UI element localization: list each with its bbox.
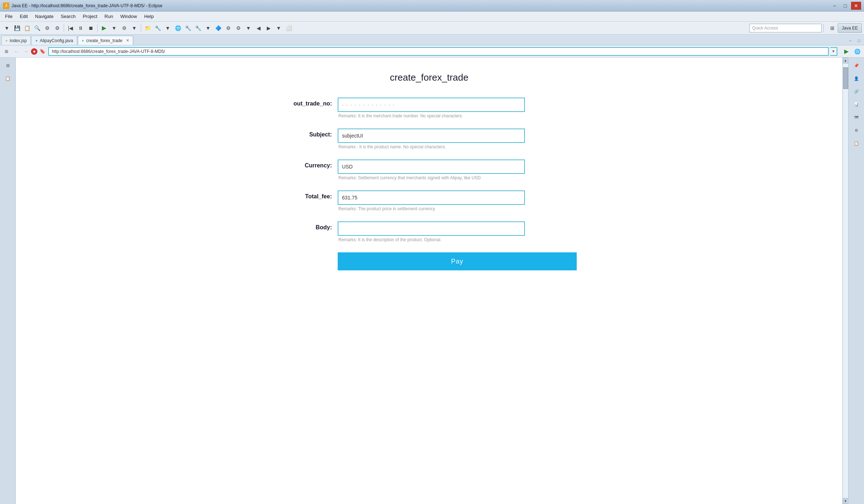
tab-minimize-icon[interactable]: − xyxy=(847,37,854,44)
scroll-down-arrow[interactable]: ▼ xyxy=(843,498,849,504)
address-bar: ⊞ ← → ■ 🔖 ▼ ▶ 🌐 xyxy=(0,45,864,58)
scroll-up-arrow[interactable]: ▲ xyxy=(843,58,849,63)
minimize-button[interactable]: − xyxy=(829,2,840,10)
label-currency: Currency: xyxy=(282,159,332,169)
menu-navigate[interactable]: Navigate xyxy=(31,13,57,20)
tab-index-jsp-label: index.jsp xyxy=(10,38,27,43)
toolbar-btn-9[interactable]: ⏹ xyxy=(86,23,95,33)
menu-file[interactable]: File xyxy=(1,13,16,20)
menu-help[interactable]: Help xyxy=(140,13,157,20)
url-input[interactable] xyxy=(48,47,829,56)
toolbar-btn-7[interactable]: |◀ xyxy=(66,23,75,33)
open-browser-btn[interactable]: 🌐 xyxy=(852,47,862,56)
quick-access-box[interactable]: Quick Access xyxy=(750,24,822,32)
pay-button[interactable]: Pay xyxy=(338,252,577,270)
input-out-trade-no[interactable] xyxy=(338,98,525,112)
sidebar-right-btn-5[interactable]: 🗺 xyxy=(851,112,862,123)
toolbar-btn-20[interactable]: ▼ xyxy=(203,23,213,33)
sidebar-right-btn-3[interactable]: 🔗 xyxy=(851,86,862,97)
sidebar-left-btn-1[interactable]: ⊞ xyxy=(2,60,14,71)
form-row-subject: Subject: Remarks : It is the product nam… xyxy=(282,129,577,149)
content-wrapper: create_forex_trade out_trade_no: Remarks… xyxy=(16,58,848,504)
maximize-button[interactable]: □ xyxy=(840,2,850,10)
tab-close-icon[interactable]: ✕ xyxy=(126,38,129,43)
right-sidebar: 📌 👤 🔗 📊 🗺 ⚙ 📋 xyxy=(848,58,864,504)
bookmark-btn[interactable]: 🔖 xyxy=(38,47,47,56)
input-total-fee[interactable] xyxy=(338,190,525,205)
toolbar-run[interactable]: ▶ xyxy=(99,23,109,33)
toolbar-btn-13[interactable]: ▼ xyxy=(130,23,139,33)
scrollbar[interactable]: ▲ ▼ xyxy=(842,58,848,504)
toolbar-btn-26[interactable]: ▶ xyxy=(264,23,273,33)
sidebar-left-btn-2[interactable]: 📋 xyxy=(2,73,14,84)
menu-project[interactable]: Project xyxy=(79,13,101,20)
label-subject: Subject: xyxy=(282,129,332,138)
menu-window[interactable]: Window xyxy=(117,13,140,20)
toolbar-btn-21[interactable]: 🔷 xyxy=(213,23,223,33)
sidebar-right-btn-4[interactable]: 📊 xyxy=(851,99,862,110)
toolbar-right-btns: ⊞ Java EE xyxy=(828,23,862,33)
toolbar-btn-28[interactable]: ⬜ xyxy=(284,23,293,33)
remark-out-trade-no: Remarks: It is the merchant trade number… xyxy=(338,113,525,118)
tab-maximize-icon[interactable]: □ xyxy=(855,37,863,44)
toolbar-btn-11[interactable]: ▼ xyxy=(109,23,119,33)
scroll-thumb[interactable] xyxy=(843,67,848,89)
sidebar-right-btn-7[interactable]: 📋 xyxy=(851,138,862,149)
menu-run[interactable]: Run xyxy=(101,13,117,20)
run-green-button[interactable]: ▶ xyxy=(842,47,851,56)
toolbar-btn-22[interactable]: ⚙ xyxy=(224,23,233,33)
url-dropdown-btn[interactable]: ▼ xyxy=(830,47,837,56)
toolbar-btn-8[interactable]: ⏸ xyxy=(76,23,85,33)
remark-subject: Remarks : It is the product name. No spe… xyxy=(338,144,525,149)
sidebar-right-btn-2[interactable]: 👤 xyxy=(851,73,862,84)
toolbar-btn-6[interactable]: ⚙ xyxy=(53,23,62,33)
input-body[interactable] xyxy=(338,221,525,236)
toolbar-btn-24[interactable]: ▼ xyxy=(244,23,253,33)
forward-button[interactable]: → xyxy=(22,47,30,56)
toolbar-btn-16[interactable]: ▼ xyxy=(163,23,172,33)
remark-total-fee: Remarks: The product price in settlement… xyxy=(338,206,525,211)
field-group-currency: Remarks: Settlement currency that mercha… xyxy=(338,159,525,180)
tab-index-jsp[interactable]: ● index.jsp xyxy=(1,36,31,45)
toolbar-btn-17[interactable]: 🌐 xyxy=(173,23,183,33)
input-subject[interactable] xyxy=(338,129,525,143)
form-container: create_forex_trade out_trade_no: Remarks… xyxy=(267,65,591,278)
toolbar-btn-1[interactable]: ▼ xyxy=(2,23,12,33)
toolbar-btn-25[interactable]: ◀ xyxy=(254,23,263,33)
toolbar-btn-5[interactable]: ⚙ xyxy=(42,23,52,33)
scroll-track[interactable] xyxy=(843,64,848,498)
toolbar-btn-3[interactable]: 📋 xyxy=(22,23,32,33)
field-group-total-fee: Remarks: The product price in settlement… xyxy=(338,190,525,211)
toolbar-layout-btn[interactable]: ⊞ xyxy=(828,23,837,33)
form-row-body: Body: Remarks: It is the description of … xyxy=(282,221,577,242)
toolbar-btn-18[interactable]: 🔧 xyxy=(183,23,193,33)
address-bar-right: ▶ 🌐 xyxy=(842,47,862,56)
tab-alipay-config[interactable]: ● AlipayConfig.java xyxy=(31,36,77,45)
tab-create-forex-trade[interactable]: ● create_forex_trade ✕ xyxy=(78,36,133,45)
menu-search[interactable]: Search xyxy=(57,13,79,20)
title-bar-left: J Java EE - http://localhost:8686/create… xyxy=(3,3,162,9)
toolbar-btn-4[interactable]: 🔍 xyxy=(32,23,42,33)
perspective-java-ee[interactable]: Java EE xyxy=(838,23,862,33)
toolbar-btn-14[interactable]: 📁 xyxy=(143,23,152,33)
toolbar-btn-23[interactable]: ⚙ xyxy=(234,23,243,33)
toolbar-btn-27[interactable]: ▼ xyxy=(274,23,283,33)
input-currency[interactable] xyxy=(338,159,525,174)
web-page: create_forex_trade out_trade_no: Remarks… xyxy=(16,58,842,504)
stop-button[interactable]: ■ xyxy=(31,48,37,55)
toolbar-save[interactable]: 💾 xyxy=(12,23,22,33)
field-group-out-trade-no: Remarks: It is the merchant trade number… xyxy=(338,98,525,118)
toolbar-btn-12[interactable]: ⚙ xyxy=(120,23,129,33)
tab-bar-icons: − □ xyxy=(847,37,863,45)
close-button[interactable]: ✕ xyxy=(851,2,861,10)
menu-edit[interactable]: Edit xyxy=(16,13,31,20)
back-button[interactable]: ← xyxy=(12,47,21,56)
toolbar-btn-19[interactable]: 🔧 xyxy=(193,23,203,33)
toolbar-btn-15[interactable]: 🔧 xyxy=(153,23,162,33)
sidebar-right-btn-6[interactable]: ⚙ xyxy=(851,125,862,136)
sidebar-toggle-btn[interactable]: ⊞ xyxy=(2,47,11,56)
browser-content: create_forex_trade out_trade_no: Remarks… xyxy=(16,58,842,504)
sidebar-right-btn-1[interactable]: 📌 xyxy=(851,60,862,71)
label-out-trade-no: out_trade_no: xyxy=(282,98,332,107)
field-group-subject: Remarks : It is the product name. No spe… xyxy=(338,129,525,149)
